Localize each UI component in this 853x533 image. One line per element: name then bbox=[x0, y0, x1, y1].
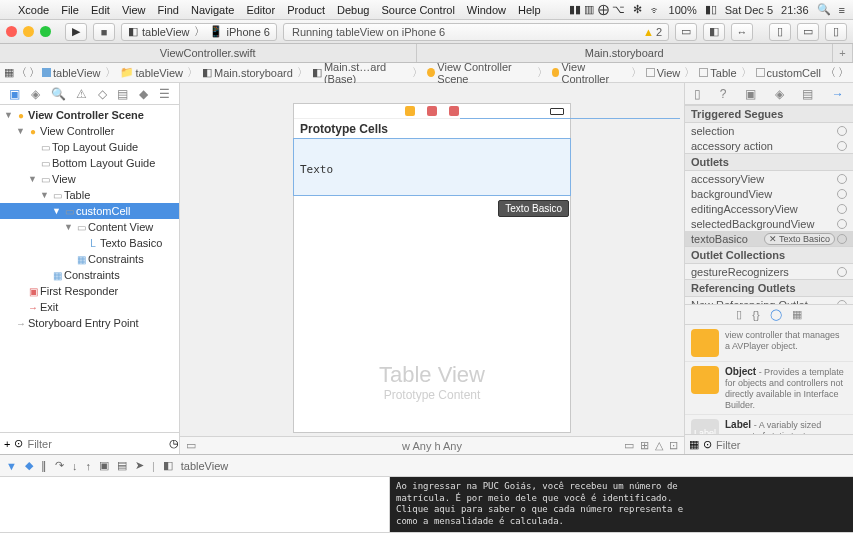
debug-navigator-icon[interactable]: ▤ bbox=[117, 87, 128, 101]
outline-row[interactable]: ▼▭customCell bbox=[0, 203, 179, 219]
outlet-row[interactable]: selection bbox=[685, 123, 853, 138]
menu-edit[interactable]: Edit bbox=[91, 4, 110, 16]
scene-dock[interactable] bbox=[294, 104, 570, 119]
jump-storyboard[interactable]: Main.storyboard bbox=[214, 67, 293, 79]
process-name[interactable]: tableView bbox=[181, 460, 229, 472]
outlet-row[interactable]: editingAccessoryView bbox=[685, 201, 853, 216]
editor-assistant-button[interactable]: ◧ bbox=[703, 23, 725, 41]
time[interactable]: 21:36 bbox=[781, 4, 809, 16]
menu-extra-icon[interactable]: ≡ bbox=[839, 4, 845, 16]
breakpoint-navigator-icon[interactable]: ◆ bbox=[139, 87, 148, 101]
size-inspector-icon[interactable]: ▤ bbox=[802, 87, 813, 101]
editor-standard-button[interactable]: ▭ bbox=[675, 23, 697, 41]
outline-row[interactable]: →Exit bbox=[0, 299, 179, 315]
connections-inspector-icon[interactable]: → bbox=[832, 87, 844, 101]
media-library-icon[interactable]: ▦ bbox=[792, 308, 802, 321]
location-icon[interactable]: ➤ bbox=[135, 459, 144, 472]
interface-builder-canvas[interactable]: → Prototype Cells Texto Table View Proto… bbox=[180, 83, 685, 454]
outline-scene-header[interactable]: ▼●View Controller Scene bbox=[0, 107, 179, 123]
jump-project[interactable]: tableView bbox=[53, 67, 101, 79]
outline-row[interactable]: ▼▭Table bbox=[0, 187, 179, 203]
menu-xcode[interactable]: Xcode bbox=[18, 4, 49, 16]
outline-row[interactable]: ▦Constraints bbox=[0, 251, 179, 267]
outline-row[interactable]: ▭Bottom Layout Guide bbox=[0, 155, 179, 171]
resolve-icon[interactable]: △ bbox=[655, 439, 663, 452]
outline-row[interactable]: ▣First Responder bbox=[0, 283, 179, 299]
variables-view[interactable] bbox=[0, 477, 390, 532]
back-button[interactable]: 〈 bbox=[16, 65, 27, 80]
tab-viewcontroller[interactable]: ViewController.swift bbox=[0, 44, 417, 62]
menu-view[interactable]: View bbox=[122, 4, 146, 16]
toggle-navigator-button[interactable]: ▯ bbox=[769, 23, 791, 41]
view-debug-icon[interactable]: ▣ bbox=[99, 459, 109, 472]
scheme-selector[interactable]: ◧ tableView 〉 📱 iPhone 6 bbox=[121, 23, 277, 41]
outline-row[interactable]: ▦Constraints bbox=[0, 267, 179, 283]
add-icon[interactable]: + bbox=[4, 438, 10, 450]
step-into-icon[interactable]: ↓ bbox=[72, 460, 78, 472]
test-navigator-icon[interactable]: ◇ bbox=[98, 87, 107, 101]
outlet-row[interactable]: textoBasico✕ Texto Basico bbox=[685, 231, 853, 246]
cell-label[interactable]: Texto bbox=[300, 163, 564, 176]
identity-inspector-icon[interactable]: ▣ bbox=[745, 87, 756, 101]
library-filter-input[interactable] bbox=[716, 439, 853, 451]
grid-view-icon[interactable]: ▦ bbox=[689, 438, 699, 451]
tab-storyboard[interactable]: Main.storyboard bbox=[417, 44, 834, 62]
help-inspector-icon[interactable]: ? bbox=[720, 87, 727, 101]
outline-row[interactable]: ▼▭View bbox=[0, 171, 179, 187]
outline-row[interactable]: ▼▭Content View bbox=[0, 219, 179, 235]
navigator-filter-input[interactable] bbox=[27, 438, 165, 450]
outlet-row[interactable]: selectedBackgroundView bbox=[685, 216, 853, 231]
stop-button[interactable]: ■ bbox=[93, 23, 115, 41]
outlet-row[interactable]: backgroundView bbox=[685, 186, 853, 201]
menu-navigate[interactable]: Navigate bbox=[191, 4, 234, 16]
step-over-icon[interactable]: ↷ bbox=[55, 459, 64, 472]
console-output[interactable]: Ao ingressar na PUC Goiás, você recebeu … bbox=[390, 477, 853, 532]
forward-button[interactable]: 〉 bbox=[29, 65, 40, 80]
spotlight-icon[interactable]: 🔍 bbox=[817, 3, 831, 16]
related-items-icon[interactable]: ▦ bbox=[4, 66, 14, 79]
size-class-bar[interactable]: ▭ w Any h Any ▭ ⊞ △ ⊡ bbox=[180, 436, 684, 454]
report-navigator-icon[interactable]: ☰ bbox=[159, 87, 170, 101]
view-controller-scene-view[interactable]: Prototype Cells Texto Table View Prototy… bbox=[293, 103, 571, 433]
outline-row[interactable]: LTexto Basico bbox=[0, 235, 179, 251]
jump-back-button[interactable]: 〈 bbox=[825, 65, 836, 80]
outlet-row[interactable]: accessoryView bbox=[685, 171, 853, 186]
jump-base[interactable]: Main.st…ard (Base) bbox=[324, 61, 409, 85]
library-items[interactable]: view controller that manages a AVPlayer … bbox=[685, 325, 853, 434]
outlet-row[interactable]: gestureRecognizers bbox=[685, 264, 853, 279]
exit-dock-icon[interactable] bbox=[449, 106, 459, 116]
jump-bar[interactable]: ▦ 〈 〉 tableView〉 📁tableView〉 ◧Main.story… bbox=[0, 63, 853, 83]
date[interactable]: Sat Dec 5 bbox=[725, 4, 773, 16]
menu-file[interactable]: File bbox=[61, 4, 79, 16]
library-item[interactable]: Object - Provides a template for objects… bbox=[685, 362, 853, 415]
vc-dock-icon[interactable] bbox=[405, 106, 415, 116]
outlet-row[interactable]: accessory action bbox=[685, 138, 853, 153]
outlet-row[interactable]: New Referencing Outlet bbox=[685, 297, 853, 304]
size-class-label[interactable]: w Any h Any bbox=[402, 440, 462, 452]
close-button[interactable] bbox=[6, 26, 17, 37]
new-tab-button[interactable]: + bbox=[833, 44, 853, 62]
bluetooth-icon[interactable]: ✻ bbox=[633, 3, 642, 16]
menu-window[interactable]: Window bbox=[467, 4, 506, 16]
symbol-navigator-icon[interactable]: ◈ bbox=[31, 87, 40, 101]
attributes-inspector-icon[interactable]: ◈ bbox=[775, 87, 784, 101]
resize-icon[interactable]: ⊡ bbox=[669, 439, 678, 452]
run-button[interactable]: ▶ bbox=[65, 23, 87, 41]
issue-indicator[interactable]: ▲ 2 bbox=[643, 26, 662, 38]
custom-cell[interactable]: Texto bbox=[293, 138, 571, 196]
minimize-button[interactable] bbox=[23, 26, 34, 37]
step-out-icon[interactable]: ↑ bbox=[85, 460, 91, 472]
jump-vc[interactable]: View Controller bbox=[561, 61, 626, 85]
menu-help[interactable]: Help bbox=[518, 4, 541, 16]
jump-forward-button[interactable]: 〉 bbox=[838, 65, 849, 80]
outline-row[interactable]: →Storyboard Entry Point bbox=[0, 315, 179, 331]
align-icon[interactable]: ▭ bbox=[624, 439, 634, 452]
wifi-icon[interactable]: ᯤ bbox=[650, 4, 661, 16]
object-library-icon[interactable]: ◯ bbox=[770, 308, 782, 321]
zoom-button[interactable] bbox=[40, 26, 51, 37]
outline-row[interactable]: ▼●View Controller bbox=[0, 123, 179, 139]
library-item[interactable]: view controller that manages a AVPlayer … bbox=[685, 325, 853, 362]
menu-product[interactable]: Product bbox=[287, 4, 325, 16]
breakpoints-icon[interactable]: ◆ bbox=[25, 459, 33, 472]
recent-filter-icon[interactable]: ◷ bbox=[169, 437, 179, 450]
